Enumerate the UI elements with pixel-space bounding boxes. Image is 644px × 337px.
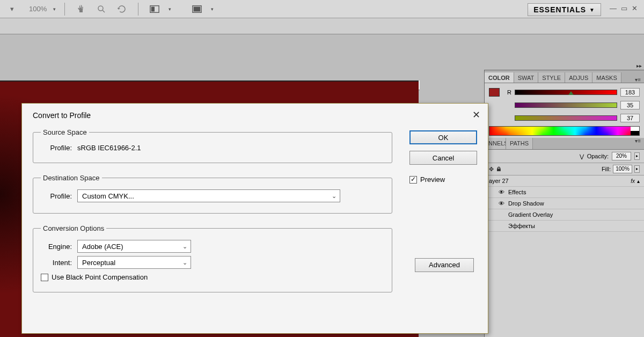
advanced-button[interactable]: Advanced xyxy=(415,258,474,272)
chevron-down-icon: ⌄ xyxy=(182,259,187,266)
preview-label: Preview xyxy=(420,175,445,184)
lock-icon[interactable]: 🔒︎ xyxy=(496,166,502,173)
svg-line-1 xyxy=(103,10,105,12)
color-panel-body: R 183 35 37 xyxy=(485,83,644,138)
fx-badge: fx xyxy=(631,178,635,184)
engine-value: Adobe (ACE) xyxy=(82,243,123,251)
conversion-options-group: Conversion Options Engine: Adobe (ACE) ⌄… xyxy=(33,224,392,292)
workspace-label: ESSENTIALS xyxy=(533,5,586,14)
options-bar xyxy=(0,18,644,34)
screen-mode-icon[interactable] xyxy=(147,2,162,16)
source-profile-label: Profile: xyxy=(41,144,72,152)
r-slider[interactable] xyxy=(515,90,617,95)
hand-tool-icon[interactable] xyxy=(74,2,89,16)
dest-profile-dropdown[interactable]: Custom CMYK... ⌄ xyxy=(77,189,340,202)
opacity-value[interactable]: 20% xyxy=(612,152,631,160)
engine-label: Engine: xyxy=(41,243,72,251)
r-value[interactable]: 183 xyxy=(620,88,640,97)
destination-space-legend: Destination Space xyxy=(41,174,102,182)
chevron-down-icon: ⌄ xyxy=(182,243,187,250)
engine-dropdown[interactable]: Adobe (ACE) ⌄ xyxy=(77,240,191,253)
zoom-dropdown-icon[interactable]: ▾ xyxy=(53,6,56,12)
layer-name: ayer 27 xyxy=(489,178,631,184)
collapse-panels-icon[interactable]: ▸▸ xyxy=(636,63,642,69)
preview-checkbox[interactable] xyxy=(409,176,417,184)
intent-label: Intent: xyxy=(41,259,72,267)
convert-to-profile-dialog: Convert to Profile ✕ Source Space Profil… xyxy=(21,103,488,334)
conversion-options-legend: Conversion Options xyxy=(41,224,106,232)
source-profile-value: sRGB IEC61966-2.1 xyxy=(77,144,141,152)
color-ramp[interactable] xyxy=(489,126,640,136)
channel-r-label: R xyxy=(505,89,511,96)
svg-rect-5 xyxy=(194,6,201,11)
dest-profile-label: Profile: xyxy=(41,192,72,200)
visibility-icon[interactable]: 👁︎ xyxy=(499,189,506,195)
b-slider[interactable] xyxy=(515,115,617,121)
cancel-button[interactable]: Cancel xyxy=(409,151,477,165)
fill-slider-toggle[interactable]: ▸ xyxy=(634,165,640,173)
opacity-slider-toggle[interactable]: ▸ xyxy=(634,152,640,160)
separator xyxy=(64,3,65,16)
intent-value: Perceptual xyxy=(82,259,115,267)
separator xyxy=(138,3,138,16)
screen-mode-dropdown-icon[interactable]: ▾ xyxy=(169,6,171,12)
fill-label: Fill: xyxy=(602,166,611,172)
tab-adjustments[interactable]: ADJUS xyxy=(565,72,592,83)
foreground-color-swatch[interactable] xyxy=(489,88,500,97)
zoom-tool-icon[interactable] xyxy=(94,2,109,16)
effects-ru-label: Эффекты xyxy=(508,223,640,229)
window-controls: — ▭ ✕ xyxy=(610,4,638,12)
effect-gradientoverlay-row[interactable]: 👁︎ Gradient Overlay xyxy=(485,209,644,221)
dest-profile-value: Custom CMYK... xyxy=(82,192,134,200)
dialog-title: Convert to Profile xyxy=(33,111,477,120)
tab-styles[interactable]: STYLE xyxy=(538,72,565,83)
tab-masks[interactable]: MASKS xyxy=(592,72,621,83)
arrange-dropdown-icon[interactable]: ▾ xyxy=(211,6,214,12)
bpc-label: Use Black Point Compensation xyxy=(52,273,148,281)
fill-value[interactable]: 100% xyxy=(613,165,632,173)
effect-name: Drop Shadow xyxy=(508,200,640,207)
svg-rect-3 xyxy=(151,6,155,11)
blend-mode-dropdown-icon[interactable]: ⋁ xyxy=(580,153,584,159)
tab-paths[interactable]: PATHS xyxy=(506,138,533,149)
move-lock-icon[interactable]: ✥ xyxy=(489,166,494,173)
g-slider[interactable] xyxy=(515,102,617,108)
dialog-buttons: OK Cancel Preview xyxy=(409,130,477,184)
effects-row[interactable]: 👁︎ Effects xyxy=(485,187,644,198)
svg-point-0 xyxy=(98,6,103,11)
rotate-tool-icon[interactable] xyxy=(114,2,129,16)
lock-icons: ✥ 🔒︎ xyxy=(489,166,502,173)
zoom-level[interactable]: 100% xyxy=(29,5,47,13)
color-panel-tabs: COLOR SWAT STYLE ADJUS MASKS ▾≡ xyxy=(485,70,644,83)
destination-space-group: Destination Space Profile: Custom CMYK..… xyxy=(33,174,392,214)
opacity-label: Opacity: xyxy=(587,153,609,159)
fx-toggle-icon[interactable]: ▴ xyxy=(637,178,640,184)
g-value[interactable]: 35 xyxy=(620,101,640,109)
effects-ru-row[interactable]: 👁︎ Эффекты xyxy=(485,221,644,232)
b-value[interactable]: 37 xyxy=(620,114,640,122)
intent-dropdown[interactable]: Perceptual ⌄ xyxy=(77,256,191,269)
restore-icon[interactable]: ▭ xyxy=(621,4,627,12)
panel-menu-icon[interactable]: ▾≡ xyxy=(632,138,644,149)
effect-dropshadow-row[interactable]: 👁︎ Drop Shadow xyxy=(485,198,644,209)
close-icon[interactable]: ✕ xyxy=(472,109,480,121)
ok-button[interactable]: OK xyxy=(409,130,477,144)
source-space-group: Source Space Profile: sRGB IEC61966-2.1 xyxy=(33,128,392,163)
effects-label: Effects xyxy=(508,189,640,195)
file-dropdown-icon[interactable]: ▾ xyxy=(4,2,19,16)
tab-swatches[interactable]: SWAT xyxy=(514,72,539,83)
arrange-icon[interactable] xyxy=(189,2,204,16)
tab-color[interactable]: COLOR xyxy=(485,72,514,83)
close-icon[interactable]: ✕ xyxy=(632,4,638,12)
bpc-checkbox[interactable] xyxy=(41,274,48,281)
slider-pointer-icon xyxy=(568,91,574,95)
visibility-icon[interactable]: 👁︎ xyxy=(499,200,506,207)
chevron-down-icon: ▼ xyxy=(589,7,595,13)
source-space-legend: Source Space xyxy=(41,128,89,136)
panel-menu-icon[interactable]: ▾≡ xyxy=(632,77,644,83)
minimize-icon[interactable]: — xyxy=(610,4,617,12)
effect-name: Gradient Overlay xyxy=(508,211,640,218)
workspace-switcher[interactable]: ESSENTIALS ▼ xyxy=(528,3,601,16)
layer-row[interactable]: ayer 27 fx ▴ xyxy=(485,175,644,187)
layers-panel: NNELS PATHS ▾≡ ⋁ Opacity: 20% ▸ ✥ 🔒︎ Fil… xyxy=(485,138,644,232)
